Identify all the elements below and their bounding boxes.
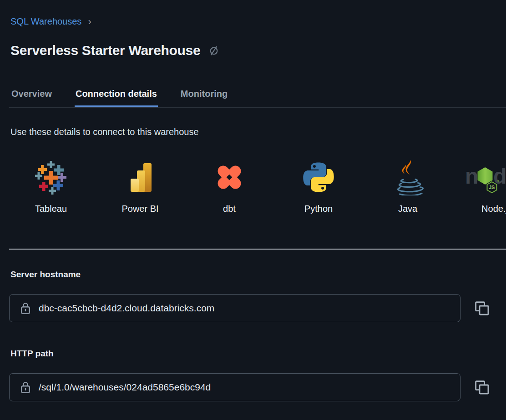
tool-label-python: Python [304,204,333,214]
lock-icon [20,380,31,395]
breadcrumb-separator-icon: › [88,17,91,26]
python-icon [300,159,337,195]
http-path-value: /sql/1.0/warehouses/024ad5865e6bc94d [39,382,211,393]
connection-details-page: SQL Warehouses › Serverless Starter Ware… [0,16,506,420]
tab-bar: Overview Connection details Monitoring [9,89,506,108]
tool-tile-powerbi[interactable]: Power BI [96,159,185,214]
server-hostname-field[interactable]: dbc-cac5cbcb-d4d2.cloud.databricks.com [9,294,460,322]
copy-server-hostname-button[interactable] [473,300,491,317]
tab-overview[interactable]: Overview [10,89,53,107]
connection-instructions-text: Use these details to connect to this war… [10,127,506,137]
warehouse-stopped-icon [208,45,219,56]
server-hostname-label: Server hostname [10,270,506,280]
copy-icon [473,379,491,396]
tool-label-powerbi: Power BI [121,204,158,214]
breadcrumb: SQL Warehouses › [10,16,506,27]
tool-tile-dbt[interactable]: dbt [185,159,274,214]
server-hostname-row: dbc-cac5cbcb-d4d2.cloud.databricks.com [9,294,506,322]
tab-monitoring[interactable]: Monitoring [180,89,228,107]
tool-label-tableau: Tableau [35,204,67,214]
lock-icon [20,301,31,315]
copy-icon [473,300,491,317]
tool-tile-nodejs[interactable]: n d JS * Node.js [452,159,506,214]
connector-tools-row: Tableau [6,159,506,214]
page-header: Serverless Starter Warehouse [10,41,506,60]
svg-text:n: n [465,164,478,188]
section-divider [9,249,506,250]
powerbi-icon [122,159,158,195]
tool-label-nodejs: Node.js [481,204,506,214]
breadcrumb-link-sql-warehouses[interactable]: SQL Warehouses [10,16,81,27]
http-path-row: /sql/1.0/warehouses/024ad5865e6bc94d [9,373,506,401]
svg-text:*: * [497,180,499,185]
tab-connection-details[interactable]: Connection details [75,89,158,107]
dbt-icon [211,159,248,195]
tool-tile-tableau[interactable]: Tableau [6,159,96,214]
tool-tile-python[interactable]: Python [274,159,363,214]
tool-label-dbt: dbt [223,204,236,214]
http-path-label: HTTP path [10,349,506,359]
page-title: Serverless Starter Warehouse [10,43,200,58]
tableau-icon [33,159,69,195]
server-hostname-value: dbc-cac5cbcb-d4d2.cloud.databricks.com [39,303,214,314]
http-path-field[interactable]: /sql/1.0/warehouses/024ad5865e6bc94d [9,373,460,401]
tool-tile-java[interactable]: Java [363,159,452,214]
java-icon [390,159,426,195]
copy-http-path-button[interactable] [473,379,491,396]
nodejs-icon: n d JS * [465,159,506,195]
tool-label-java: Java [398,204,417,214]
svg-text:JS: JS [489,185,495,190]
